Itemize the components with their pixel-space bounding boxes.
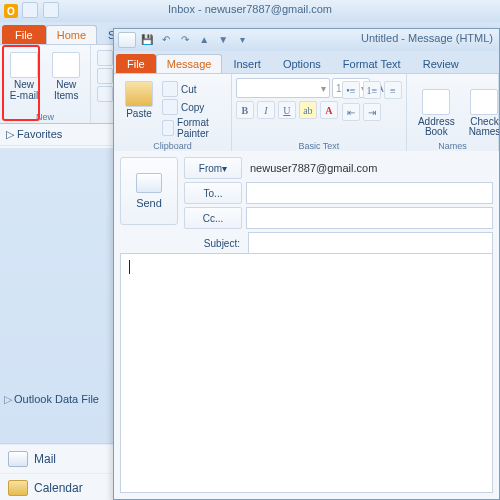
text-caret bbox=[129, 260, 130, 274]
to-button[interactable]: To... bbox=[184, 182, 242, 204]
check-names-icon bbox=[470, 89, 498, 115]
calendar-icon bbox=[8, 480, 28, 496]
copy-icon bbox=[162, 99, 178, 115]
paste-button[interactable]: Paste bbox=[118, 76, 160, 125]
message-app-icon bbox=[118, 32, 136, 48]
save-icon[interactable]: 💾 bbox=[140, 33, 154, 47]
from-button[interactable]: From ▾ bbox=[184, 157, 242, 179]
address-book-icon bbox=[422, 89, 450, 115]
undo-icon[interactable]: ↶ bbox=[159, 33, 173, 47]
from-label: From bbox=[199, 163, 222, 174]
outlook-window-title: Inbox - newuser7887@gmail.com bbox=[168, 3, 332, 15]
nav-mail-label: Mail bbox=[34, 452, 56, 466]
bullets-button[interactable]: •≡ bbox=[342, 81, 360, 99]
outlook-app-icon: O bbox=[4, 4, 18, 18]
msg-tab-message[interactable]: Message bbox=[156, 54, 223, 73]
paste-icon bbox=[125, 81, 153, 107]
ribbon-group-names: Names bbox=[407, 141, 498, 151]
qat-dropdown-icon[interactable]: ▾ bbox=[235, 33, 249, 47]
subject-label: Subject: bbox=[184, 233, 244, 253]
message-window: 💾 ↶ ↷ ▲ ▼ ▾ Untitled - Message (HTML) Fi… bbox=[113, 28, 500, 500]
message-ribbon: Paste Cut Copy Format Painter Clipboard … bbox=[114, 73, 499, 153]
qat-dropdown-icon[interactable] bbox=[43, 2, 59, 18]
msg-tab-file[interactable]: File bbox=[116, 54, 156, 73]
message-qat[interactable]: 💾 ↶ ↷ ▲ ▼ ▾ bbox=[140, 33, 251, 47]
from-value: newuser7887@gmail.com bbox=[246, 162, 493, 174]
tab-file[interactable]: File bbox=[2, 25, 46, 44]
mail-icon bbox=[8, 451, 28, 467]
indent-button[interactable]: ⇥ bbox=[363, 103, 381, 121]
check-names-button[interactable]: Check Names bbox=[462, 84, 499, 143]
format-painter-label: Format Painter bbox=[177, 117, 225, 139]
bold-button[interactable]: B bbox=[236, 101, 254, 119]
new-items-label: New Items bbox=[54, 80, 78, 101]
next-icon[interactable]: ▼ bbox=[216, 33, 230, 47]
outlook-title-bar: O Inbox - newuser7887@gmail.com bbox=[0, 0, 500, 22]
multilevel-button[interactable]: ≡ bbox=[384, 81, 402, 99]
outdent-button[interactable]: ⇤ bbox=[342, 103, 360, 121]
redo-icon[interactable]: ↷ bbox=[178, 33, 192, 47]
msg-tab-options[interactable]: Options bbox=[272, 54, 332, 73]
send-label: Send bbox=[136, 197, 162, 209]
cut-label: Cut bbox=[181, 84, 197, 95]
check-names-label: Check Names bbox=[469, 117, 499, 138]
to-field[interactable] bbox=[246, 182, 493, 204]
new-items-icon bbox=[52, 52, 80, 78]
nav-calendar-label: Calendar bbox=[34, 481, 83, 495]
send-button[interactable]: Send bbox=[120, 157, 178, 225]
highlight-button[interactable]: ab bbox=[299, 101, 317, 119]
address-book-button[interactable]: Address Book bbox=[411, 84, 462, 143]
save-icon[interactable] bbox=[22, 2, 38, 18]
account-label: Outlook Data File bbox=[14, 393, 99, 405]
message-body-editor[interactable] bbox=[120, 253, 493, 493]
font-color-button[interactable]: A bbox=[320, 101, 338, 119]
favorites-label: Favorites bbox=[17, 128, 62, 140]
message-ribbon-tabs: File Message Insert Options Format Text … bbox=[114, 51, 499, 73]
ribbon-group-basic-text: Basic Text bbox=[232, 141, 406, 151]
new-email-icon bbox=[10, 52, 38, 78]
ignore-icon bbox=[97, 50, 113, 66]
ribbon-group-clipboard: Clipboard bbox=[114, 141, 231, 151]
msg-tab-review[interactable]: Review bbox=[412, 54, 470, 73]
prev-icon[interactable]: ▲ bbox=[197, 33, 211, 47]
cc-field[interactable] bbox=[246, 207, 493, 229]
cut-button[interactable]: Cut bbox=[160, 80, 227, 98]
copy-label: Copy bbox=[181, 102, 204, 113]
cc-button[interactable]: Cc... bbox=[184, 207, 242, 229]
new-email-button[interactable]: New E-mail bbox=[3, 47, 45, 106]
message-window-title: Untitled - Message (HTML) bbox=[361, 32, 493, 44]
message-title-bar: 💾 ↶ ↷ ▲ ▼ ▾ Untitled - Message (HTML) bbox=[114, 29, 499, 51]
italic-button[interactable]: I bbox=[257, 101, 275, 119]
clean-icon bbox=[97, 68, 113, 84]
msg-tab-format[interactable]: Format Text bbox=[332, 54, 412, 73]
copy-button[interactable]: Copy bbox=[160, 98, 227, 116]
msg-tab-insert[interactable]: Insert bbox=[222, 54, 272, 73]
send-icon bbox=[136, 173, 162, 193]
format-painter-icon bbox=[162, 120, 174, 136]
numbering-button[interactable]: 1≡ bbox=[363, 81, 381, 99]
format-painter-button[interactable]: Format Painter bbox=[160, 116, 227, 140]
new-email-label: New E-mail bbox=[10, 80, 38, 101]
quick-access-toolbar[interactable] bbox=[22, 2, 61, 20]
ribbon-group-new: New bbox=[0, 112, 90, 122]
underline-button[interactable]: U bbox=[278, 101, 296, 119]
font-family-select[interactable]: ▾ bbox=[236, 78, 330, 98]
cut-icon bbox=[162, 81, 178, 97]
paste-label: Paste bbox=[126, 109, 152, 120]
new-items-button[interactable]: New Items bbox=[45, 47, 87, 106]
junk-icon bbox=[97, 86, 113, 102]
message-compose-area: Send From ▾ newuser7887@gmail.com To... … bbox=[114, 151, 499, 499]
tab-home[interactable]: Home bbox=[46, 25, 97, 44]
subject-field[interactable] bbox=[248, 232, 493, 254]
address-book-label: Address Book bbox=[418, 117, 455, 138]
